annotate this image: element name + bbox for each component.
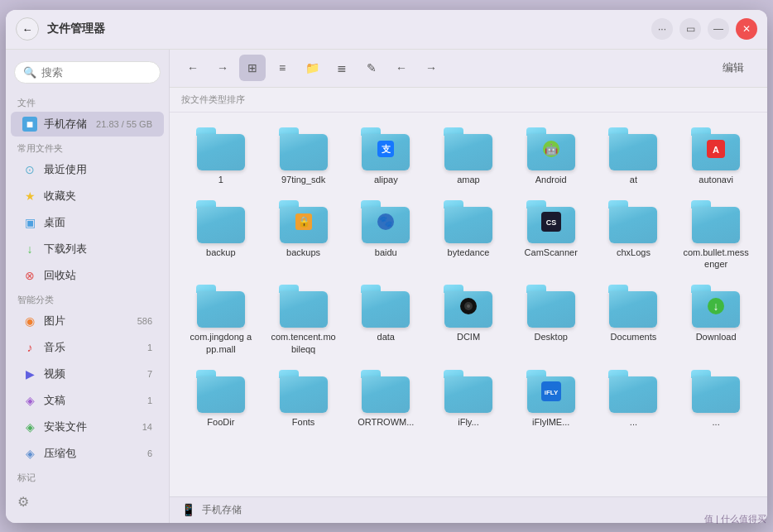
file-item[interactable]: DCIM — [429, 278, 508, 360]
sidebar-item-docs[interactable]: ◈ 文稿 1 — [11, 388, 164, 413]
file-item[interactable]: CSCamScanner — [511, 194, 591, 276]
photos-label: 图片 — [44, 314, 131, 328]
file-name: data — [377, 331, 395, 343]
file-item[interactable]: ORTROWM... — [346, 363, 425, 433]
search-input[interactable] — [41, 66, 151, 79]
file-item[interactable]: 1 — [181, 121, 261, 190]
folder-icon — [608, 200, 658, 243]
sort-button[interactable]: ≣ — [329, 55, 355, 81]
sidebar-item-phone-storage[interactable]: ■ 手机存储 21.83 / 55 GB — [11, 112, 164, 137]
file-item[interactable]: Fonts — [264, 363, 343, 433]
maximize-button[interactable]: ▭ — [679, 18, 701, 40]
sidebar-item-apps[interactable]: ◈ 安装文件 14 — [11, 415, 164, 439]
file-item[interactable]: ↓Download — [676, 278, 756, 360]
file-name: autonavi — [699, 174, 733, 185]
file-name: backups — [286, 247, 320, 258]
close-button[interactable]: ✕ — [736, 18, 757, 40]
file-item[interactable]: com.jingdong app.mall — [181, 278, 261, 360]
file-item[interactable]: chxLogs — [594, 194, 674, 276]
file-item[interactable]: 🔒backups — [264, 194, 343, 276]
sidebar-item-trash[interactable]: ⊗ 回收站 — [11, 263, 164, 288]
file-name: com.tencent.mobileqq — [271, 331, 337, 355]
folder-badge: 支 — [361, 127, 411, 170]
grid-view-button[interactable]: ⊞ — [239, 55, 266, 81]
apps-label: 安装文件 — [44, 419, 136, 434]
file-item[interactable]: iFLYiFlylME... — [511, 363, 591, 433]
back-button[interactable]: ← — [180, 55, 206, 81]
folder-badge: 🤖 — [526, 127, 576, 170]
file-item[interactable]: 97ting_sdk — [264, 121, 343, 190]
downloads-label: 下载列表 — [44, 242, 152, 256]
left-button[interactable]: ← — [388, 55, 415, 81]
forward-button[interactable]: → — [209, 55, 236, 81]
file-item[interactable]: ... — [676, 363, 756, 433]
file-item[interactable]: com.tencent.mobileqq — [264, 278, 343, 360]
list-view-button[interactable]: ≡ — [269, 55, 295, 81]
sidebar-item-music[interactable]: ♪ 音乐 1 — [11, 335, 164, 360]
sidebar-item-videos[interactable]: ▶ 视频 7 — [11, 362, 164, 386]
file-grid: 197ting_sdk支alipayamap🤖AndroidatAautonav… — [170, 113, 767, 496]
folder-icon: A — [691, 127, 741, 170]
file-name: com.jingdong app.mall — [188, 331, 254, 355]
file-item[interactable]: at — [594, 121, 674, 190]
file-item[interactable]: Documents — [594, 278, 674, 360]
recent-label: 最近使用 — [44, 162, 152, 177]
sidebar-item-recent[interactable]: ⊙ 最近使用 — [11, 157, 164, 182]
sidebar-item-downloads[interactable]: ↓ 下载列表 — [11, 237, 164, 261]
zips-label: 压缩包 — [44, 446, 141, 461]
sidebar-item-zips[interactable]: ◈ 压缩包 6 — [11, 441, 164, 466]
right-button[interactable]: → — [418, 55, 444, 81]
folder-icon — [196, 127, 246, 170]
minimize-button[interactable]: — — [708, 18, 729, 40]
menu-button[interactable]: ··· — [651, 18, 673, 40]
files-section-label: 文件 — [6, 92, 169, 111]
file-item[interactable]: backup — [181, 194, 261, 276]
folder-icon — [608, 127, 658, 170]
file-item[interactable]: 支alipay — [346, 121, 425, 190]
file-item[interactable]: ... — [594, 363, 674, 433]
sidebar-item-desktop[interactable]: ▣ 桌面 — [11, 210, 164, 235]
file-name: iFlylME... — [532, 416, 569, 428]
back-nav-button[interactable]: ← — [16, 17, 39, 41]
new-folder-button[interactable]: 📁 — [299, 55, 325, 81]
favorites-label: 收藏夹 — [44, 189, 152, 204]
svg-text:🔒: 🔒 — [297, 215, 310, 228]
svg-point-14 — [467, 304, 470, 308]
file-item[interactable]: amap — [429, 121, 508, 190]
file-name: ORTROWM... — [358, 416, 414, 428]
file-item[interactable]: Aautonavi — [676, 121, 756, 190]
bookmarks-section-label: 标记 — [6, 467, 169, 486]
file-item[interactable]: iFly... — [429, 363, 508, 433]
folder-icon — [196, 200, 246, 243]
trash-icon: ⊗ — [22, 268, 37, 283]
folder-icon: 🔒 — [279, 200, 329, 243]
file-item[interactable]: FooDir — [181, 363, 261, 433]
docs-label: 文稿 — [44, 393, 141, 408]
file-item[interactable]: bytedance — [429, 194, 508, 276]
sidebar-item-favorites[interactable]: ★ 收藏夹 — [11, 184, 164, 208]
file-item[interactable]: data — [346, 278, 425, 360]
file-item[interactable]: Desktop — [511, 278, 591, 360]
folder-icon — [279, 285, 329, 328]
pencil-button[interactable]: ✎ — [358, 55, 385, 81]
docs-icon: ◈ — [22, 393, 37, 408]
window-title: 文件管理器 — [47, 22, 105, 36]
common-section-label: 常用文件夹 — [6, 137, 169, 156]
recent-icon: ⊙ — [22, 162, 37, 177]
statusbar-text: 手机存储 — [202, 503, 242, 517]
sidebar-item-photos[interactable]: ◉ 图片 586 — [11, 309, 164, 333]
edit-button[interactable]: 编辑 — [709, 57, 757, 79]
svg-text:CS: CS — [545, 218, 556, 227]
folder-badge: CS — [526, 200, 576, 243]
file-name: 1 — [218, 174, 223, 185]
file-item[interactable]: 🤖Android — [511, 121, 591, 190]
folder-icon — [279, 370, 329, 413]
file-name: Documents — [611, 331, 657, 343]
phone-storage-icon: ■ — [22, 117, 37, 132]
folder-icon — [691, 370, 741, 413]
file-item[interactable]: 🐾baidu — [346, 194, 425, 276]
main-area: ← → ⊞ ≡ 📁 ≣ ✎ ← → 编辑 按文件类型排序 197ting_sdk… — [170, 50, 767, 523]
trash-label: 回收站 — [44, 268, 152, 283]
settings-icon[interactable]: ⚙ — [17, 494, 29, 510]
file-item[interactable]: com.bullet.messenger — [676, 194, 756, 276]
